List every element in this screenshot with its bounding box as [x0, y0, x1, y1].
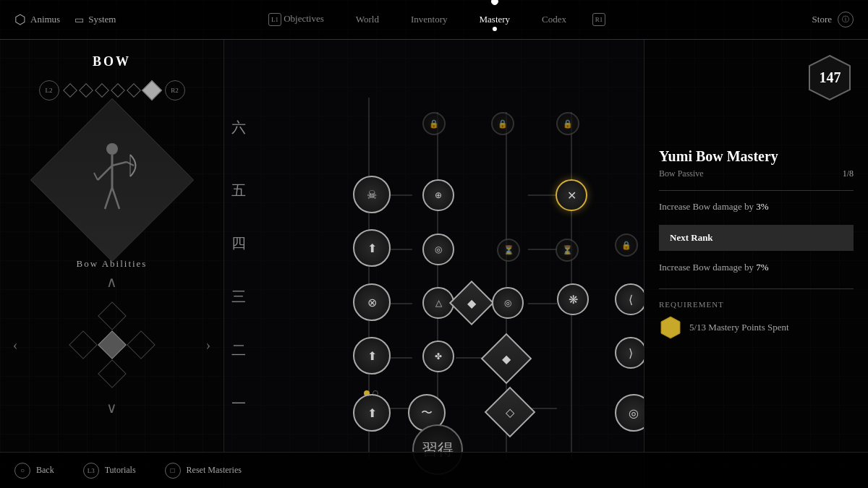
- skill-node-4-1[interactable]: ⬆: [353, 229, 391, 267]
- rank-dot-5: [127, 83, 141, 98]
- mastery-points-value: 147: [820, 69, 841, 86]
- target-icon: ◎: [435, 244, 442, 255]
- skill-node-3-wind[interactable]: ⟨: [615, 283, 644, 315]
- spiral-icon: ◎: [629, 406, 639, 420]
- character-silhouette: [83, 137, 141, 223]
- store-label[interactable]: Store: [812, 14, 832, 25]
- wind-icon: ⟨: [629, 293, 633, 307]
- svg-point-0: [106, 143, 118, 155]
- skill-node-1-1[interactable]: ⬆: [353, 394, 391, 432]
- diamond-right: [127, 330, 156, 359]
- diamond-cell-mc: [98, 330, 127, 359]
- mastery-rank: 1/8: [843, 168, 854, 179]
- skill-tree: 六 🔒 🔒 🔒 五 ☠ ⊕ ✕ 四 ⬆ ◎ ⏳ ⏳ 🔒 三 ⊗ △ ◆ ◎ ❋ …: [224, 40, 644, 488]
- diamond-cell-tr: [127, 301, 156, 330]
- objectives-label: Objectives: [284, 13, 324, 24]
- diamond-cell-tc: [98, 301, 127, 330]
- mastery-nav-icon: [491, 0, 498, 5]
- skill-node-6-1[interactable]: 🔒: [422, 112, 446, 135]
- skill-node-4-hourglass2[interactable]: ⏳: [556, 239, 579, 262]
- diamond-3-icon: ◇: [506, 406, 514, 419]
- next-rank-bar: Next Rank: [659, 225, 854, 251]
- requirement-text: 5/13 Mastery Points Spent: [689, 322, 789, 333]
- nav-right-arrow[interactable]: ›: [199, 333, 218, 357]
- skill-node-2-1[interactable]: ⬆: [353, 337, 391, 374]
- vertical-nav-down: ∨: [99, 395, 124, 420]
- skill-node-3-leaf[interactable]: ❋: [557, 283, 589, 315]
- vertical-nav: ∧: [99, 270, 124, 294]
- req-hex-svg: [659, 316, 682, 339]
- svg-line-7: [112, 187, 119, 209]
- skill-node-4-lock[interactable]: 🔒: [615, 234, 638, 257]
- skill-node-3-1[interactable]: ⊗: [353, 283, 391, 321]
- system-menu[interactable]: ▭ System: [75, 14, 116, 26]
- compass-icon: ✤: [435, 351, 442, 362]
- multi-arrow-icon: ⬆: [367, 349, 377, 363]
- horizontal-nav: ‹ ›: [6, 298, 218, 392]
- back-label: Back: [36, 465, 54, 476]
- target-2-icon: ◎: [504, 298, 511, 309]
- character-display: [47, 115, 177, 245]
- reset-action[interactable]: □ Reset Masteries: [165, 463, 242, 479]
- r1-button: R1: [592, 13, 605, 26]
- svg-line-4: [112, 162, 127, 166]
- skill-node-2-3[interactable]: ⟩: [615, 337, 644, 369]
- requirement-label: REQUIREMENT: [659, 300, 854, 309]
- skill-node-5-3[interactable]: ✕: [556, 179, 587, 211]
- diamond-center: [98, 330, 127, 359]
- svg-line-3: [94, 173, 98, 180]
- diamond-nav-grid: [69, 301, 156, 388]
- nav-item-codex[interactable]: Codex: [536, 11, 572, 28]
- character-svg: [87, 140, 137, 220]
- divider-2: [659, 288, 854, 289]
- cloak-icon: △: [435, 298, 442, 309]
- l2-button[interactable]: L2: [39, 80, 59, 100]
- skill-node-3-target[interactable]: ◎: [492, 287, 524, 319]
- l1-button: L1: [268, 13, 281, 26]
- svg-line-2: [98, 166, 112, 180]
- skill-node-6-3[interactable]: 🔒: [556, 112, 579, 135]
- tutorials-button-icon: L3: [83, 463, 99, 479]
- store-icon: ⓘ: [838, 12, 854, 27]
- diamond-cell-tl: [69, 301, 98, 330]
- row-label-1: 一: [231, 394, 246, 414]
- skill-node-5-2[interactable]: ⊕: [422, 179, 454, 211]
- skill-node-6-2[interactable]: 🔒: [491, 112, 514, 135]
- system-icon: ▭: [75, 14, 84, 26]
- mastery-subtitle: Bow Passive 1/8: [659, 168, 854, 179]
- codex-label: Codex: [542, 14, 566, 25]
- skill-node-4-2[interactable]: ◎: [422, 234, 454, 265]
- diamond-top: [98, 301, 127, 330]
- skill-tree-inner: 六 🔒 🔒 🔒 五 ☠ ⊕ ✕ 四 ⬆ ◎ ⏳ ⏳ 🔒 三 ⊗ △ ◆ ◎ ❋ …: [224, 40, 644, 488]
- rank-dot-active: [141, 80, 161, 100]
- mastery-label: Mastery: [480, 14, 511, 25]
- diamond-bottom: [98, 359, 127, 388]
- skill-node-5-1[interactable]: ☠: [353, 176, 391, 213]
- row-label-4: 四: [231, 234, 246, 253]
- current-desc: Increase Bow damage by 3%: [659, 200, 854, 214]
- nav-right-group: Store ⓘ: [812, 12, 854, 27]
- nav-item-inventory[interactable]: Inventory: [405, 11, 454, 28]
- nav-center-group: L1 Objectives World Inventory Mastery Co…: [263, 10, 605, 29]
- next-rank-label: Next Rank: [670, 232, 843, 244]
- hourglass-icon-2: ⏳: [562, 245, 573, 256]
- nav-item-mastery[interactable]: Mastery: [474, 11, 516, 28]
- nav-left-arrow[interactable]: ‹: [6, 333, 25, 357]
- diamond-cell-br: [127, 359, 156, 388]
- skill-node-4-hourglass[interactable]: ⏳: [497, 239, 520, 262]
- tutorials-action[interactable]: L3 Tutorials: [83, 463, 136, 479]
- back-action[interactable]: ○ Back: [14, 463, 54, 479]
- nav-up-arrow[interactable]: ∧: [99, 270, 124, 294]
- top-navigation: ⬡ Animus ▭ System L1 Objectives World In…: [0, 0, 868, 40]
- animus-label: Animus: [30, 14, 60, 25]
- skull-icon: ☠: [367, 188, 377, 202]
- nav-left-group: ⬡ Animus ▭ System: [14, 12, 116, 27]
- nav-down-arrow[interactable]: ∨: [99, 395, 124, 420]
- lock-icon-4: 🔒: [621, 241, 631, 250]
- animus-menu[interactable]: ⬡ Animus: [14, 12, 60, 27]
- skill-node-2-2[interactable]: ✤: [422, 341, 454, 372]
- lock-icon-2: 🔒: [498, 119, 508, 129]
- r2-button[interactable]: R2: [165, 80, 185, 100]
- nav-item-world[interactable]: World: [350, 11, 385, 28]
- nav-item-objectives[interactable]: L1 Objectives: [263, 10, 330, 29]
